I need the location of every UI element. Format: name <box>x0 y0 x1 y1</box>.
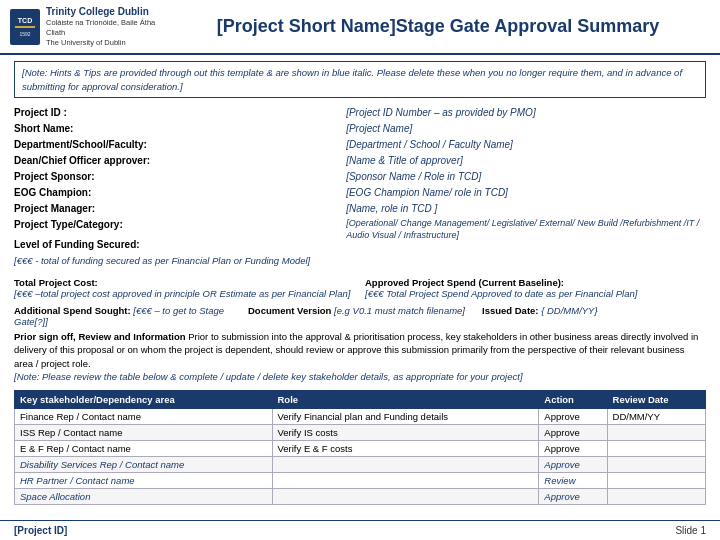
table-body: Finance Rep / Contact nameVerify Financi… <box>15 409 706 505</box>
issued-date-label: Issued Date: <box>482 305 539 316</box>
total-cost-value: [€€€ –total project cost approved in pri… <box>14 288 350 299</box>
table-row: Disability Services Rep / Contact nameAp… <box>15 457 706 473</box>
prior-signoff-note: [Note: Please review the table below & c… <box>14 371 523 382</box>
prior-signoff-section: Prior sign off, Review and Information P… <box>14 330 706 383</box>
cell-review-date <box>607 457 705 473</box>
total-cost-label: Total Project Cost: <box>14 277 98 288</box>
field-row-dept: Department/School/Faculty: <box>14 138 340 152</box>
cell-action: Approve <box>539 489 607 505</box>
val-short-name: [Project Name] <box>346 122 706 136</box>
field-row-short-name: Short Name: <box>14 122 340 136</box>
issued-date-value: { DD/MM/YY} <box>541 305 598 316</box>
footer-project-id: [Project ID] <box>14 525 67 536</box>
value-type: [Operational/ Change Management/ Legisla… <box>346 218 706 241</box>
approved-spend-label: Approved Project Spend (Current Baseline… <box>365 277 564 288</box>
table-row: E & F Rep / Contact nameVerify E & F cos… <box>15 441 706 457</box>
fields-right: [Project ID Number – as provided by PMO]… <box>346 106 706 269</box>
field-label-type: Project Type/Category: <box>14 218 169 232</box>
cell-stakeholder: HR Partner / Contact name <box>15 473 273 489</box>
val-project-id: [Project ID Number – as provided by PMO] <box>346 106 706 120</box>
field-label-project-id: Project ID : <box>14 106 169 120</box>
value-dept: [Department / School / Faculty Name] <box>346 138 513 152</box>
value-pm: [Name, role in TCD ] <box>346 202 437 216</box>
val-dept: [Department / School / Faculty Name] <box>346 138 706 152</box>
value-eog: [EOG Champion Name/ role in TCD] <box>346 186 508 200</box>
field-row-sponsor: Project Sponsor: <box>14 170 340 184</box>
col-header-review-date: Review Date <box>607 391 705 409</box>
cell-review-date <box>607 425 705 441</box>
cell-review-date: DD/MM/YY <box>607 409 705 425</box>
doc-version-label: Document Version <box>248 305 331 316</box>
cell-action: Review <box>539 473 607 489</box>
table-row: ISS Rep / Contact nameVerify IS costsApp… <box>15 425 706 441</box>
field-label-dean: Dean/Chief Officer approver: <box>14 154 169 168</box>
cell-action: Approve <box>539 457 607 473</box>
approved-spend-value: [€€€ Total Project Spend Approved to dat… <box>365 288 637 299</box>
svg-text:1592: 1592 <box>19 31 30 37</box>
cell-role <box>272 489 539 505</box>
field-row-project-id: Project ID : <box>14 106 340 120</box>
value-sponsor: [Sponsor Name / Role in TCD] <box>346 170 481 184</box>
doc-version-block: Document Version [e.g V0.1 must match fi… <box>248 305 472 327</box>
field-row-type: Project Type/Category: <box>14 218 340 232</box>
field-row-eog: EOG Champion: <box>14 186 340 200</box>
logo-sub-text: Coláiste na Tríonóide, Baile Átha Cliath… <box>46 18 156 47</box>
cell-role <box>272 473 539 489</box>
fields-section: Project ID : Short Name: Department/Scho… <box>14 106 706 269</box>
additional-spend-block: Additional Spend Sought: [€€€ – to get t… <box>14 305 238 327</box>
val-sponsor: [Sponsor Name / Role in TCD] <box>346 170 706 184</box>
value-project-id: [Project ID Number – as provided by PMO] <box>346 106 536 120</box>
footer: [Project ID] Slide 1 <box>0 520 720 540</box>
cell-stakeholder: Disability Services Rep / Contact name <box>15 457 273 473</box>
val-pm: [Name, role in TCD ] <box>346 202 706 216</box>
val-type: [Operational/ Change Management/ Legisla… <box>346 218 706 241</box>
svg-text:TCD: TCD <box>18 17 32 24</box>
stakeholder-table: Key stakeholder/Dependency area Role Act… <box>14 390 706 505</box>
cost-section: Total Project Cost: [€€€ –total project … <box>14 277 706 299</box>
field-label-eog: EOG Champion: <box>14 186 169 200</box>
col-header-role: Role <box>272 391 539 409</box>
cell-stakeholder: Finance Rep / Contact name <box>15 409 273 425</box>
value-dean: [Name & Title of approver] <box>346 154 463 168</box>
level-funding-row: Level of Funding Secured: <box>14 238 340 252</box>
cell-role: Verify IS costs <box>272 425 539 441</box>
svg-rect-2 <box>15 26 35 28</box>
field-row-pm: Project Manager: <box>14 202 340 216</box>
field-row-dean: Dean/Chief Officer approver: <box>14 154 340 168</box>
table-header-row: Key stakeholder/Dependency area Role Act… <box>15 391 706 409</box>
trinity-logo-icon: TCD 1592 <box>10 9 40 45</box>
table-row: HR Partner / Contact nameReview <box>15 473 706 489</box>
cell-action: Approve <box>539 409 607 425</box>
cell-stakeholder: E & F Rep / Contact name <box>15 441 273 457</box>
val-dean: [Name & Title of approver] <box>346 154 706 168</box>
header: TCD 1592 Trinity College Dublin Coláiste… <box>0 0 720 55</box>
note-box: [Note: Hints & Tips are provided through… <box>14 61 706 98</box>
footer-slide-number: Slide 1 <box>675 525 706 536</box>
field-value-funding: [€€€ - total of funding secured as per F… <box>14 254 340 267</box>
total-cost-block: Total Project Cost: [€€€ –total project … <box>14 277 355 299</box>
prior-signoff-heading: Prior sign off, Review and Information <box>14 331 186 342</box>
col-header-action: Action <box>539 391 607 409</box>
content: [Note: Hints & Tips are provided through… <box>0 55 720 513</box>
field-val-funding: [€€€ - total of funding secured as per F… <box>14 254 310 267</box>
approved-spend-block: Approved Project Spend (Current Baseline… <box>365 277 706 299</box>
cell-role: Verify Financial plan and Funding detail… <box>272 409 539 425</box>
fields-left: Project ID : Short Name: Department/Scho… <box>14 106 346 269</box>
field-label-short-name: Short Name: <box>14 122 169 136</box>
value-short-name: [Project Name] <box>346 122 412 136</box>
issued-date-block: Issued Date: { DD/MM/YY} <box>482 305 706 327</box>
cell-stakeholder: Space Allocation <box>15 489 273 505</box>
logo-main-text: Trinity College Dublin <box>46 6 149 18</box>
field-label-pm: Project Manager: <box>14 202 169 216</box>
logo-wrap: TCD 1592 Trinity College Dublin Coláiste… <box>10 6 166 47</box>
val-eog: [EOG Champion Name/ role in TCD] <box>346 186 706 200</box>
page-title: [Project Short Name]Stage Gate Approval … <box>217 16 659 36</box>
doc-version-value: [e.g V0.1 must match filename] <box>334 305 465 316</box>
table-row: Space AllocationApprove <box>15 489 706 505</box>
field-label-funding: Level of Funding Secured: <box>14 238 169 252</box>
cell-role: Verify E & F costs <box>272 441 539 457</box>
field-label-sponsor: Project Sponsor: <box>14 170 169 184</box>
cell-action: Approve <box>539 425 607 441</box>
logo-area: Trinity College Dublin Coláiste na Tríon… <box>46 6 156 47</box>
table-row: Finance Rep / Contact nameVerify Financi… <box>15 409 706 425</box>
